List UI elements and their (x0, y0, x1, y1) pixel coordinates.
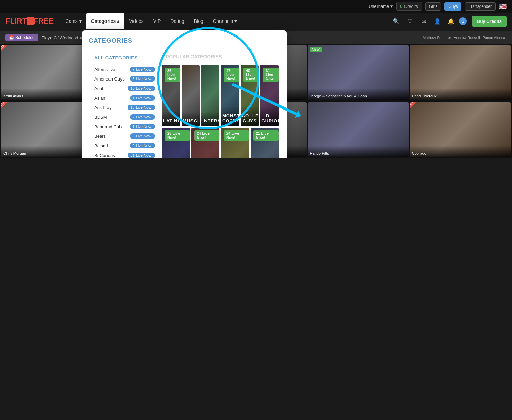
sidebar-item-ass-play[interactable]: Ass Play 15 Live Now! (89, 103, 160, 112)
category-card-monster[interactable]: 47 Live Now! MONSTER COCKS (221, 65, 239, 126)
flag-icon: 🇺🇸 (499, 3, 507, 10)
category-label-college: COLLEGE GUYS (241, 106, 259, 126)
username-chevron: ▾ (390, 4, 393, 9)
categories-content: POPULAR CATEGORIES 36 Live Now! LATINO M… (160, 50, 280, 158)
logo-free: FREE (34, 17, 54, 25)
categories-chevron: ▴ (117, 18, 119, 24)
sidebar-item-asian[interactable]: Asian 1 Live Now! (89, 93, 160, 103)
credits-display: 0 Credits (396, 2, 422, 11)
nav-blog[interactable]: Blog (189, 13, 208, 29)
category-card-european[interactable]: 21 Live Now! EUROPEAN GUYS (251, 128, 279, 158)
guys-button[interactable]: Guys (444, 2, 461, 11)
heart-icon[interactable]: ♡ (404, 16, 415, 27)
preview-names: Mathew Summer Andrew Russell Pacco Alenc… (423, 35, 507, 40)
category-card-twink[interactable]: 24 Live Now! TWINK (191, 128, 220, 158)
cam-card-coprado[interactable]: TOP CONNECT Coprado (410, 102, 511, 157)
cam-card-jeorge-&-sebastian-&-will-&-dean[interactable]: NEW Jeorge & Sebastian & Will & Dean (308, 45, 409, 100)
search-icon[interactable]: 🔍 (391, 16, 402, 27)
cam-name: Henri Thieroux (410, 88, 511, 100)
sidebar-scroll[interactable]: Alternative 7 Live Now!American Guys 3 L… (89, 64, 160, 158)
bottom-category-grid: 25 Live Now! GUYS NEXT DOOR 24 Live Now!… (160, 128, 280, 158)
live-badge-european: 21 Live Now! (253, 130, 279, 141)
credits-label: Credits (404, 4, 418, 9)
notification-count: 1 (459, 17, 467, 25)
category-card-euromuscle[interactable]: 24 Live Now! EURO-MUSCLE (221, 128, 249, 158)
top-category-grid: 36 Live Now! LATINO MUSCLE INTERACTIVE 4… (160, 63, 280, 128)
logo-flirt: FLIRT (5, 17, 27, 25)
top-bar: Username ▾ 0 Credits Girls Guys Transgen… (0, 0, 512, 13)
preview-name-3: Pacco Alencar (483, 35, 507, 40)
logo-4: 4 (27, 17, 33, 25)
live-badge-guynextdoor: 25 Live Now! (165, 130, 190, 141)
cam-card-henri-thieroux[interactable]: Henri Thieroux (410, 45, 511, 100)
categories-dropdown-title: CATEGORIES (89, 37, 280, 44)
cam-name: Randy Pitts (308, 146, 409, 157)
category-card-bicurious[interactable]: 31 Live Now! BI-CURIOUS (260, 65, 279, 126)
sidebar-item-belami[interactable]: Belami 2 Live Now! (89, 141, 160, 150)
category-label-monster: MONSTER COCKS (221, 106, 239, 126)
profile-icon[interactable]: 👤 (432, 16, 443, 27)
nav-videos[interactable]: Videos (124, 13, 148, 29)
preview-name-2: Andrew Russell (454, 35, 480, 40)
cam-name: Jeorge & Sebastian & Will & Dean (308, 88, 409, 100)
calendar-icon: 📅 (9, 35, 14, 40)
sidebar-item-bdsm[interactable]: BDSM 2 Live Now! (89, 112, 160, 122)
live-badge-monster: 47 Live Now! (224, 68, 239, 82)
cams-chevron: ▾ (79, 18, 82, 24)
category-label-muscle: MUSCLE (182, 112, 200, 126)
main-nav: FLIRT4FREE Cams ▾ Categories ▴ Videos VI… (0, 13, 512, 30)
category-card-muscle[interactable]: MUSCLE (182, 65, 200, 126)
cam-card-randy-pitts[interactable]: Randy Pitts (308, 102, 409, 157)
credits-count: 0 (400, 4, 402, 9)
categories-dropdown: CATEGORIES ALL CATEGORIES Alternative 7 … (82, 30, 287, 158)
sidebar-item-american-guys[interactable]: American Guys 3 Live Now! (89, 74, 160, 84)
category-label-bicurious: BI-CURIOUS (260, 106, 279, 126)
sidebar-item-bears[interactable]: Bears 3 Live Now! (89, 131, 160, 141)
sidebar-item-anal[interactable]: Anal 10 Live Now! (89, 84, 160, 93)
category-card-interactive[interactable]: INTERACTIVE (201, 65, 219, 126)
popular-label: POPULAR CATEGORIES (160, 50, 280, 63)
category-label-latino: LATINO (162, 112, 180, 126)
preview-name-1: Mathew Summer (423, 35, 451, 40)
nav-cams[interactable]: Cams ▾ (60, 13, 86, 29)
buy-credits-button[interactable]: Buy Credits (472, 16, 507, 27)
live-badge-euromuscle: 24 Live Now! (224, 130, 249, 141)
channels-chevron: ▾ (234, 18, 237, 24)
username-dropdown[interactable]: Username ▾ (369, 4, 393, 9)
live-badge-twink: 24 Live Now! (194, 130, 220, 141)
category-label-interactive: INTERACTIVE (201, 112, 219, 126)
nav-links: Cams ▾ Categories ▴ Videos VIP Dating Bl… (60, 13, 391, 29)
sidebar-item-bear-and-cub[interactable]: Bear and Cub 1 Live Now! (89, 122, 160, 131)
sidebar: ALL CATEGORIES Alternative 7 Live Now!Am… (89, 50, 160, 158)
category-card-college[interactable]: 40 Live Now! COLLEGE GUYS (241, 65, 259, 126)
girls-button[interactable]: Girls (425, 2, 441, 11)
username-label: Username (369, 4, 389, 9)
schedule-badge: 📅 Scheduled (5, 34, 38, 41)
live-badge-bicurious: 31 Live Now! (263, 68, 279, 82)
live-badge-college: 40 Live Now! (243, 68, 259, 82)
bell-icon[interactable]: 🔔 (445, 16, 456, 27)
site-logo[interactable]: FLIRT4FREE (5, 13, 54, 30)
nav-channels[interactable]: Channels ▾ (208, 13, 242, 29)
category-card-guynextdoor[interactable]: 25 Live Now! GUYS NEXT DOOR (162, 128, 190, 158)
live-badge-latino: 36 Live Now! (165, 68, 180, 82)
nav-vip[interactable]: VIP (148, 13, 166, 29)
message-icon[interactable]: ✉ (418, 16, 429, 27)
sidebar-item-alternative[interactable]: Alternative 7 Live Now! (89, 64, 160, 74)
cam-name: Coprado (410, 146, 511, 157)
sidebar-item-bi-curious[interactable]: Bi-Curious 31 Live Now! (89, 150, 160, 158)
sidebar-title: ALL CATEGORIES (89, 55, 160, 64)
nav-dating[interactable]: Dating (166, 13, 189, 29)
new-badge: NEW (310, 47, 322, 52)
nav-categories[interactable]: Categories ▴ (86, 13, 124, 29)
nav-icons: 🔍 ♡ ✉ 👤 🔔 1 Buy Credits (391, 16, 507, 27)
category-card-latino[interactable]: 36 Live Now! LATINO (162, 65, 180, 126)
categories-layout: ALL CATEGORIES Alternative 7 Live Now!Am… (89, 50, 280, 158)
transgender-button[interactable]: Transgender (465, 2, 496, 11)
